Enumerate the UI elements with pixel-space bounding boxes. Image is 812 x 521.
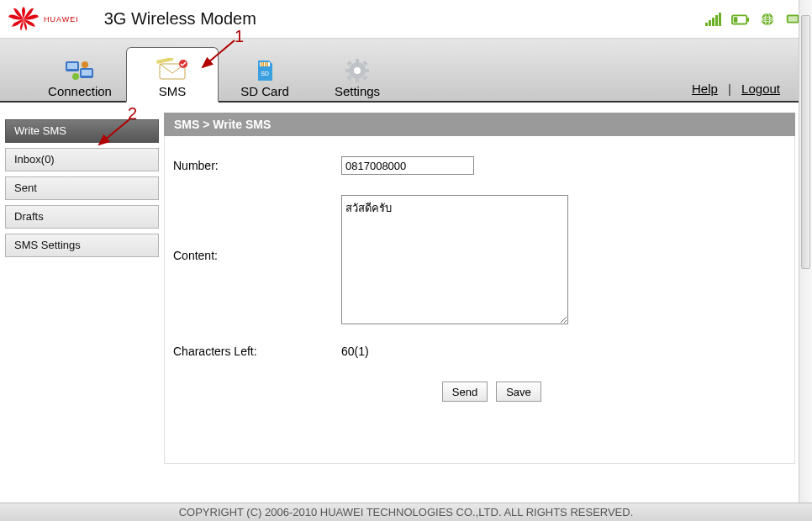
sidebar-item-inbox[interactable]: Inbox(0): [5, 148, 159, 171]
tab-connection-label: Connection: [48, 84, 112, 98]
svg-rect-7: [734, 17, 738, 22]
content-label: Content:: [173, 195, 341, 262]
sidebar-item-drafts[interactable]: Drafts: [5, 205, 159, 229]
svg-rect-33: [345, 69, 350, 72]
sidebar-item-sms-settings[interactable]: SMS Settings: [5, 234, 159, 257]
svg-rect-4: [719, 13, 721, 26]
content-textarea[interactable]: [341, 195, 568, 324]
tab-sdcard[interactable]: SD SD Card: [219, 47, 311, 101]
battery-icon: [731, 12, 750, 27]
sms-icon: [155, 57, 190, 84]
svg-point-19: [82, 61, 88, 68]
chars-left-value: 60(1): [341, 345, 369, 358]
help-link[interactable]: Help: [692, 82, 718, 96]
svg-rect-32: [356, 78, 359, 82]
svg-rect-27: [267, 62, 269, 66]
settings-icon: [345, 57, 370, 84]
save-button[interactable]: Save: [496, 382, 541, 402]
svg-text:SD: SD: [261, 71, 269, 76]
connection-icon: [63, 57, 97, 84]
svg-rect-13: [788, 16, 798, 21]
svg-rect-17: [82, 70, 92, 76]
brand-text: HUAWEI: [44, 15, 79, 24]
status-icons: [704, 12, 804, 27]
tab-settings[interactable]: Settings: [311, 47, 403, 101]
footer: COPYRIGHT (C) 2006-2010 HUAWEI TECHNOLOG…: [0, 503, 812, 521]
svg-rect-24: [261, 62, 262, 66]
svg-rect-2: [712, 18, 714, 26]
huawei-logo-icon: [8, 7, 39, 32]
form-panel: Number: Content: Characters Left: 60(1) …: [164, 136, 795, 464]
globe-icon: [758, 12, 777, 27]
sidebar: Write SMS Inbox(0) Sent Drafts SMS Setti…: [0, 103, 164, 499]
logo: HUAWEI: [8, 7, 79, 32]
scrollbar-vertical[interactable]: [799, 0, 812, 521]
svg-rect-25: [263, 62, 265, 66]
tab-sms-label: SMS: [159, 84, 187, 98]
number-input[interactable]: [341, 156, 474, 175]
chars-left-label: Characters Left:: [173, 345, 341, 358]
tab-connection[interactable]: Connection: [34, 47, 126, 101]
send-button[interactable]: Send: [442, 382, 488, 402]
page-title: 3G Wireless Modem: [104, 9, 256, 29]
svg-rect-34: [365, 69, 369, 72]
tab-bar: Connection SMS SD SD Card Settings Help …: [0, 39, 812, 103]
tab-sms[interactable]: SMS: [126, 47, 219, 103]
sidebar-item-write-sms[interactable]: Write SMS: [5, 119, 159, 143]
breadcrumb: SMS > Write SMS: [164, 113, 795, 136]
svg-rect-15: [67, 63, 77, 69]
header-links: Help | Logout: [685, 82, 787, 96]
svg-rect-6: [746, 18, 749, 22]
tab-settings-label: Settings: [335, 84, 380, 98]
svg-point-18: [72, 73, 79, 80]
content: SMS > Write SMS Number: Content: Charact…: [164, 103, 812, 499]
tab-sdcard-label: SD Card: [240, 84, 289, 98]
svg-rect-1: [709, 20, 711, 26]
svg-rect-31: [356, 59, 359, 63]
logout-link[interactable]: Logout: [741, 82, 780, 96]
sdcard-icon: SD: [252, 57, 277, 84]
svg-rect-26: [265, 62, 266, 66]
sidebar-item-sent[interactable]: Sent: [5, 176, 159, 200]
signal-icon: [704, 12, 723, 27]
number-label: Number:: [173, 159, 341, 172]
svg-rect-3: [715, 15, 718, 26]
svg-rect-0: [705, 23, 708, 26]
header: HUAWEI 3G Wireless Modem: [0, 0, 812, 39]
svg-point-30: [354, 67, 361, 74]
main: Write SMS Inbox(0) Sent Drafts SMS Setti…: [0, 103, 812, 499]
separator: |: [728, 82, 731, 96]
svg-rect-21: [156, 58, 173, 64]
